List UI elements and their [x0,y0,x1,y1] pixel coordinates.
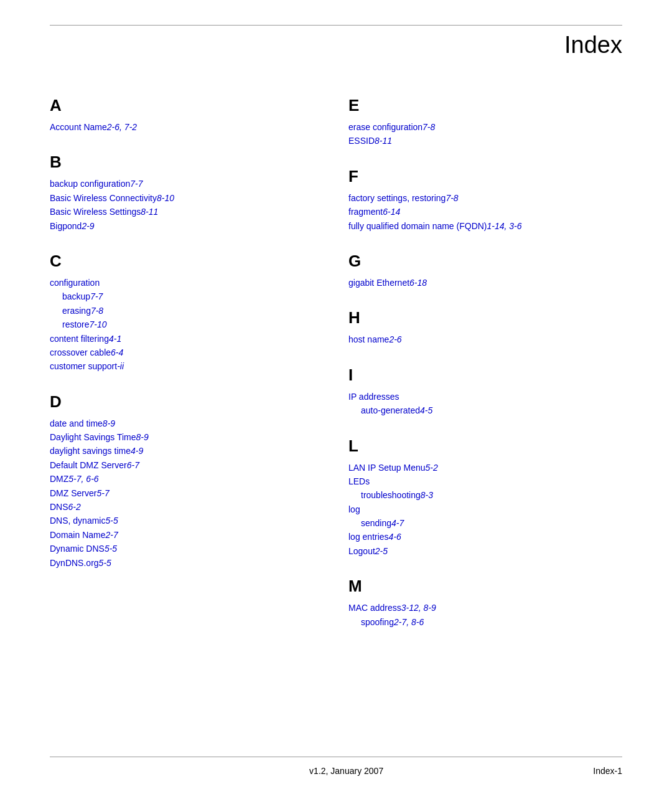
index-entry: Dynamic DNS5-5 [50,542,324,555]
index-entry: backup7-7 [50,290,324,303]
index-entry: spoofing2-7, 8-6 [348,615,622,629]
right-column: Eerase configuration7-8ESSID8-11Ffactory… [348,96,622,629]
section-letter-F: F [348,167,622,186]
index-columns: AAccount Name2-6, 7-2Bbackup configurati… [50,96,622,629]
section-letter-G: G [348,252,622,271]
index-entry: sending4-7 [348,516,622,530]
index-entry: Account Name2-6, 7-2 [50,120,324,134]
index-entry: configuration [50,276,324,290]
index-entry: LEDs [348,474,622,488]
section-letter-D: D [50,392,324,412]
footer: v1.2, January 2007 Index-1 [50,766,622,776]
index-entry: ESSID8-11 [348,134,622,148]
left-column: AAccount Name2-6, 7-2Bbackup configurati… [50,96,348,629]
page-title: Index [50,32,622,59]
footer-page: Index-1 [593,766,622,776]
index-entry: Default DMZ Server6-7 [50,458,324,472]
index-entry: DMZ5-7, 6-6 [50,472,324,486]
index-entry: crossover cable6-4 [50,346,324,359]
bottom-rule [50,757,622,757]
index-entry: Logout2-5 [348,544,622,558]
section-letter-I: I [348,366,622,385]
index-entry: IP addresses [348,390,622,404]
section-letter-H: H [348,308,622,328]
index-entry: troubleshooting8-3 [348,488,622,502]
index-entry: date and time8-9 [50,417,324,430]
index-entry: content filtering4-1 [50,332,324,346]
index-entry: gigabit Ethernet6-18 [348,276,622,290]
index-entry: log entries4-6 [348,530,622,544]
index-entry: Daylight Savings Time8-9 [50,430,324,444]
index-entry: customer support-ii [50,359,324,373]
index-entry: DNS6-2 [50,500,324,514]
index-entry: Basic Wireless Connectivity8-10 [50,191,324,205]
page: Index AAccount Name2-6, 7-2Bbackup confi… [0,0,672,807]
section-letter-L: L [348,437,622,456]
index-entry: DynDNS.org5-5 [50,556,324,570]
index-entry: log [348,503,622,516]
section-letter-B: B [50,153,324,172]
index-entry: host name2-6 [348,333,622,346]
index-entry: fragment6-14 [348,205,622,219]
section-letter-C: C [50,252,324,271]
index-entry: daylight savings time4-9 [50,444,324,458]
index-entry: fully qualified domain name (FQDN)1-14, … [348,219,622,233]
index-entry: DMZ Server5-7 [50,486,324,500]
index-entry: LAN IP Setup Menu5-2 [348,461,622,474]
section-letter-M: M [348,577,622,596]
index-entry: Basic Wireless Settings8-11 [50,205,324,219]
index-entry: DNS, dynamic5-5 [50,514,324,527]
index-entry: erasing7-8 [50,304,324,318]
footer-version: v1.2, January 2007 [100,766,593,776]
index-entry: Domain Name2-7 [50,528,324,542]
index-entry: backup configuration7-7 [50,177,324,191]
index-entry: restore7-10 [50,318,324,331]
section-letter-A: A [50,96,324,115]
index-entry: factory settings, restoring7-8 [348,191,622,205]
index-entry: auto-generated4-5 [348,404,622,417]
index-entry: Bigpond2-9 [50,219,324,233]
index-entry: MAC address3-12, 8-9 [348,601,622,615]
index-entry: erase configuration7-8 [348,120,622,134]
section-letter-E: E [348,96,622,115]
top-rule [50,25,622,26]
